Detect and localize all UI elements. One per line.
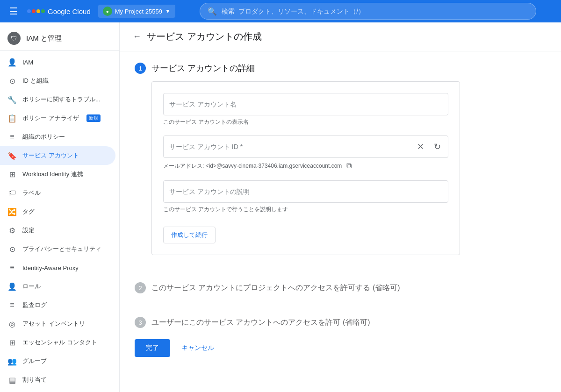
sidebar-item-label: Workload Identity 連携	[22, 170, 83, 178]
project-dot: ●	[103, 7, 112, 16]
sidebar-item-id-org[interactable]: ⊙ ID と組織	[0, 71, 115, 90]
sidebar-item-label: 設定	[22, 226, 35, 235]
create-continue-button[interactable]: 作成して続行	[163, 227, 216, 243]
sidebar-item-label: ロール	[22, 282, 41, 291]
sidebar-header: 🛡 IAM と管理	[0, 26, 119, 49]
service-account-description-input[interactable]	[163, 180, 448, 203]
cancel-button[interactable]: キャンセル	[174, 339, 222, 357]
project-name: My Project 25559	[115, 8, 162, 15]
service-account-name-hint: このサービス アカウントの表示名	[163, 118, 448, 126]
sidebar-item-essential-contacts[interactable]: ⊞ エッセンシャル コンタクト	[0, 333, 115, 352]
copy-email-button[interactable]: ⧉	[345, 161, 352, 171]
sidebar-item-policy-trouble[interactable]: 🔧 ポリシーに関するトラブル...	[0, 90, 115, 109]
sidebar-item-identity-proxy[interactable]: ≡ Identity-Aware Proxy	[0, 258, 115, 277]
step-2-section: 2 このサービス アカウントにプロジェクトへのアクセスを許可する (省略可)	[135, 282, 460, 293]
asset-inventory-icon: ◎	[7, 319, 17, 328]
step-3-section: 3 ユーザーにこのサービス アカウントへのアクセスを許可 (省略可)	[135, 317, 460, 328]
sidebar-header-icon: 🛡	[7, 32, 21, 45]
sidebar-item-org-policy[interactable]: ≡ 組織のポリシー	[0, 128, 115, 146]
sidebar-item-workload-identity[interactable]: ⊞ Workload Identity 連携	[0, 165, 115, 184]
sidebar-item-label: タグ	[22, 207, 35, 216]
refresh-button[interactable]: ↻	[430, 139, 445, 154]
email-label: メールアドレス: <id>@savvy-cinema-373406.iam.gs…	[163, 162, 342, 170]
service-account-id-input[interactable]	[163, 135, 448, 158]
step-2-content: このサービス アカウントにプロジェクトへのアクセスを許可する (省略可)	[151, 282, 400, 293]
step-divider-1	[140, 270, 140, 281]
form-content: 1 サービス アカウントの詳細 このサービス アカウントの表示名	[120, 51, 475, 368]
tags-icon: 🔀	[7, 207, 17, 216]
sidebar-item-tags[interactable]: 🔀 タグ	[0, 202, 115, 221]
sidebar-item-privacy-security[interactable]: ⊙ プライバシーとセキュリティ	[0, 240, 115, 258]
policy-trouble-icon: 🔧	[7, 95, 17, 104]
id-org-icon: ⊙	[7, 76, 17, 86]
labels-icon: 🏷	[7, 188, 17, 198]
sidebar: 🛡 IAM と管理 👤 IAM ⊙ ID と組織 🔧 ポリシーに関するトラブル.…	[0, 22, 120, 392]
sidebar-item-iam[interactable]: 👤 IAM	[0, 53, 115, 71]
back-button[interactable]: ←	[131, 30, 143, 43]
sidebar-item-label: ラベル	[22, 189, 41, 197]
sidebar-item-label: ポリシー アナライザ	[22, 114, 79, 122]
sidebar-item-label: ポリシーに関するトラブル...	[22, 95, 101, 104]
header: ☰ Google Cloud ● My Project 25559 ▼ 🔍	[0, 0, 561, 22]
logo-circle-red	[32, 9, 36, 13]
step-1-title: サービス アカウントの詳細	[151, 63, 255, 74]
sidebar-item-label: 割り当て	[22, 376, 47, 384]
essential-contacts-icon: ⊞	[7, 338, 17, 347]
service-account-name-input[interactable]	[163, 93, 448, 115]
sidebar-item-roles[interactable]: 👤 ロール	[0, 277, 115, 296]
sidebar-item-label: プライバシーとセキュリティ	[22, 245, 101, 253]
step-2-title: このサービス アカウントにプロジェクトへのアクセスを許可する (省略可)	[151, 284, 400, 292]
assignments-icon: ▤	[7, 375, 17, 385]
sidebar-item-audit-logs[interactable]: ≡ 監査ログ	[0, 296, 115, 314]
privacy-security-icon: ⊙	[7, 244, 17, 254]
search-bar: 🔍	[200, 3, 536, 20]
sidebar-item-label: IAM	[22, 59, 33, 66]
logo-circle-yellow	[36, 9, 40, 13]
main-content: ← サービス アカウントの作成 1 サービス アカウントの詳細	[120, 22, 561, 392]
search-input[interactable]	[222, 7, 528, 15]
step-1-card: このサービス アカウントの表示名 ✕ ↻ メールアドレス: <id>@s	[151, 81, 460, 255]
logo-text: Google Cloud	[48, 7, 91, 15]
step-3-content: ユーザーにこのサービス アカウントへのアクセスを許可 (省略可)	[151, 317, 370, 328]
sidebar-item-groups[interactable]: 👥 グループ	[0, 352, 115, 371]
step-3-number: 3	[135, 317, 146, 328]
policy-analyzer-icon: 📋	[7, 114, 17, 123]
sidebar-item-service-accounts[interactable]: 🔖 サービス アカウント	[0, 146, 115, 165]
service-accounts-icon: 🔖	[7, 151, 17, 160]
page-header: ← サービス アカウントの作成	[120, 22, 561, 51]
done-button[interactable]: 完了	[135, 339, 170, 357]
sidebar-item-label: 組織のポリシー	[22, 133, 65, 141]
sidebar-item-settings[interactable]: ⚙ 設定	[0, 221, 115, 240]
step-1-section: 1 サービス アカウントの詳細 このサービス アカウントの表示名	[135, 63, 460, 255]
sidebar-item-asset-inventory[interactable]: ◎ アセット インベントリ	[0, 314, 115, 333]
email-row: メールアドレス: <id>@savvy-cinema-373406.iam.gs…	[163, 161, 448, 171]
service-account-id-group: ✕ ↻ メールアドレス: <id>@savvy-cinema-373406.ia…	[163, 135, 448, 171]
step-2-number: 2	[135, 282, 146, 293]
service-account-description-group: このサービス アカウントで行うことを説明します	[163, 180, 448, 214]
project-selector[interactable]: ● My Project 25559 ▼	[98, 5, 175, 18]
bottom-actions: 完了 キャンセル	[135, 339, 460, 357]
sidebar-item-label: エッセンシャル コンタクト	[22, 338, 97, 347]
menu-icon[interactable]: ☰	[7, 4, 20, 19]
org-policy-icon: ≡	[7, 132, 17, 142]
sidebar-item-policy-analyzer[interactable]: 📋 ポリシー アナライザ 新規	[0, 109, 115, 128]
service-account-name-group: このサービス アカウントの表示名	[163, 93, 448, 126]
new-badge: 新規	[86, 114, 101, 122]
sidebar-item-label: 監査ログ	[22, 301, 47, 309]
settings-icon: ⚙	[7, 226, 17, 235]
identity-proxy-icon: ≡	[7, 263, 17, 272]
chevron-down-icon: ▼	[165, 8, 171, 14]
workload-identity-icon: ⊞	[7, 170, 17, 179]
sidebar-item-label: サービス アカウント	[22, 151, 79, 160]
sidebar-item-assignments[interactable]: ▤ 割り当て	[0, 371, 115, 389]
sidebar-item-label: Identity-Aware Proxy	[22, 264, 79, 271]
step-1-number: 1	[135, 63, 146, 74]
sidebar-item-labels[interactable]: 🏷 ラベル	[0, 184, 115, 202]
logo: Google Cloud	[27, 7, 91, 15]
clear-button[interactable]: ✕	[413, 139, 428, 154]
groups-icon: 👥	[7, 356, 17, 366]
service-account-description-hint: このサービス アカウントで行うことを説明します	[163, 206, 448, 214]
service-account-name-wrapper	[163, 93, 448, 115]
step-1-header: 1 サービス アカウントの詳細	[135, 63, 460, 74]
sidebar-item-label: アセット インベントリ	[22, 320, 85, 328]
